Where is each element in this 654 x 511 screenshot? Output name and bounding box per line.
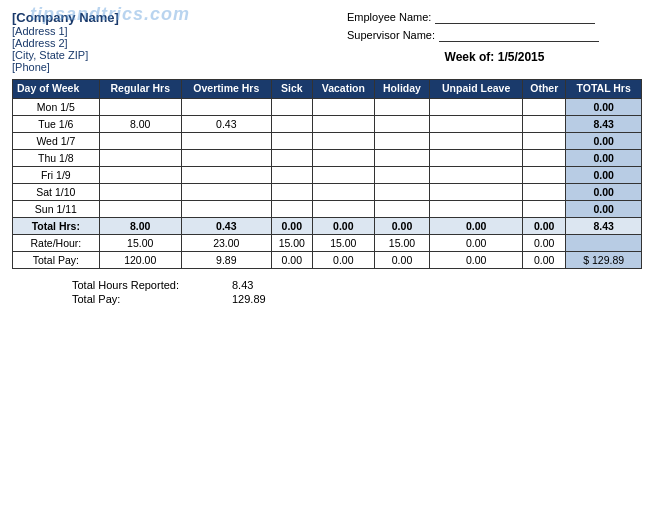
cell-overtime[interactable]: 0.43 [181,115,271,132]
supervisor-name-label: Supervisor Name: [347,29,435,41]
cell-regular[interactable]: 8.00 [99,115,181,132]
header: [Company Name] [Address 1] [Address 2] [… [12,10,642,73]
col-header-regular: Regular Hrs [99,80,181,99]
totals-row: Total Hrs: 8.00 0.43 0.00 0.00 0.00 0.00… [13,217,642,234]
cell-overtime[interactable] [181,166,271,183]
cell-overtime[interactable] [181,149,271,166]
col-header-total: TOTAL Hrs [566,80,642,99]
cell-total: 0.00 [566,132,642,149]
cell-other[interactable] [523,149,566,166]
cell-unpaid[interactable] [430,115,523,132]
cell-unpaid[interactable] [430,149,523,166]
cell-holiday[interactable] [374,200,429,217]
summary-section: Total Hours Reported: 8.43 Total Pay: 12… [12,279,642,305]
cell-holiday[interactable] [374,183,429,200]
summary-hours-value: 8.43 [232,279,253,291]
cell-unpaid[interactable] [430,200,523,217]
cell-other[interactable] [523,132,566,149]
pay-holiday: 0.00 [374,251,429,268]
col-header-unpaid: Unpaid Leave [430,80,523,99]
cell-holiday[interactable] [374,132,429,149]
phone: [Phone] [12,61,307,73]
cell-unpaid[interactable] [430,183,523,200]
cell-other[interactable] [523,183,566,200]
cell-holiday[interactable] [374,115,429,132]
cell-day: Tue 1/6 [13,115,100,132]
company-info: [Company Name] [Address 1] [Address 2] [… [12,10,307,73]
rate-overtime[interactable]: 23.00 [181,234,271,251]
rate-regular[interactable]: 15.00 [99,234,181,251]
table-header-row: Day of Week Regular Hrs Overtime Hrs Sic… [13,80,642,99]
cell-unpaid[interactable] [430,132,523,149]
col-header-overtime: Overtime Hrs [181,80,271,99]
cell-total: 0.00 [566,183,642,200]
cell-regular[interactable] [99,98,181,115]
pay-unpaid: 0.00 [430,251,523,268]
cell-total: 8.43 [566,115,642,132]
cell-other[interactable] [523,115,566,132]
cell-vacation[interactable] [312,149,374,166]
cell-total: 0.00 [566,200,642,217]
cell-other[interactable] [523,200,566,217]
table-row: Sun 1/11 0.00 [13,200,642,217]
cell-overtime[interactable] [181,183,271,200]
cell-sick[interactable] [271,98,312,115]
cell-regular[interactable] [99,149,181,166]
cell-holiday[interactable] [374,166,429,183]
cell-unpaid[interactable] [430,98,523,115]
cell-regular[interactable] [99,132,181,149]
cell-regular[interactable] [99,183,181,200]
pay-row: Total Pay: 120.00 9.89 0.00 0.00 0.00 0.… [13,251,642,268]
cell-sick[interactable] [271,166,312,183]
supervisor-name-field[interactable] [439,28,599,42]
cell-other[interactable] [523,98,566,115]
cell-vacation[interactable] [312,132,374,149]
summary-pay-row: Total Pay: 129.89 [72,293,642,305]
rate-vacation[interactable]: 15.00 [312,234,374,251]
pay-overtime: 9.89 [181,251,271,268]
cell-day: Fri 1/9 [13,166,100,183]
summary-hours-row: Total Hours Reported: 8.43 [72,279,642,291]
cell-overtime[interactable] [181,132,271,149]
cell-sick[interactable] [271,115,312,132]
cell-regular[interactable] [99,166,181,183]
cell-vacation[interactable] [312,200,374,217]
cell-day: Sun 1/11 [13,200,100,217]
rate-unpaid[interactable]: 0.00 [430,234,523,251]
pay-vacation: 0.00 [312,251,374,268]
employee-name-field[interactable] [435,10,595,24]
cell-sick[interactable] [271,149,312,166]
cell-sick[interactable] [271,200,312,217]
employee-info: Employee Name: Supervisor Name: Week of:… [307,10,642,73]
cell-other[interactable] [523,166,566,183]
cell-unpaid[interactable] [430,166,523,183]
cell-overtime[interactable] [181,200,271,217]
table-row: Fri 1/9 0.00 [13,166,642,183]
cell-sick[interactable] [271,132,312,149]
totals-holiday: 0.00 [374,217,429,234]
timesheet-table: Day of Week Regular Hrs Overtime Hrs Sic… [12,79,642,269]
cell-day: Wed 1/7 [13,132,100,149]
rate-sick[interactable]: 15.00 [271,234,312,251]
supervisor-name-row: Supervisor Name: [347,28,599,42]
summary-hours-label: Total Hours Reported: [72,279,232,291]
week-of-value: 1/5/2015 [498,50,545,64]
cell-vacation[interactable] [312,166,374,183]
cell-overtime[interactable] [181,98,271,115]
totals-label: Total Hrs: [13,217,100,234]
cell-total: 0.00 [566,166,642,183]
rate-row: Rate/Hour: 15.00 23.00 15.00 15.00 15.00… [13,234,642,251]
cell-sick[interactable] [271,183,312,200]
pay-regular: 120.00 [99,251,181,268]
cell-vacation[interactable] [312,183,374,200]
pay-sick: 0.00 [271,251,312,268]
rate-holiday[interactable]: 15.00 [374,234,429,251]
cell-day: Mon 1/5 [13,98,100,115]
cell-vacation[interactable] [312,98,374,115]
cell-vacation[interactable] [312,115,374,132]
cell-holiday[interactable] [374,98,429,115]
cell-regular[interactable] [99,200,181,217]
rate-other[interactable]: 0.00 [523,234,566,251]
cell-holiday[interactable] [374,149,429,166]
totals-unpaid: 0.00 [430,217,523,234]
